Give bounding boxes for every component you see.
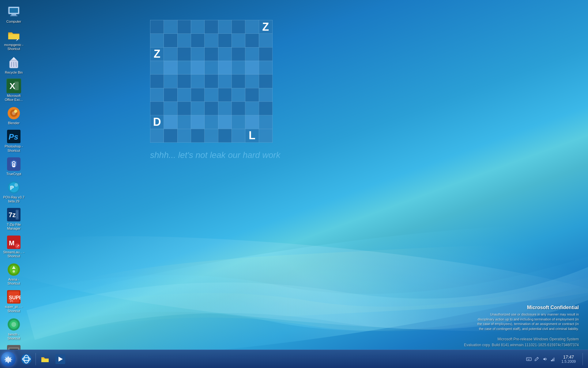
- desktop-icon-mcmpgenic[interactable]: ↗ mcmpgenic - Shortcut: [2, 26, 26, 52]
- tray-icon-group: [526, 356, 556, 362]
- photoshop-label: Photoshop - Shortcut: [3, 144, 25, 152]
- desktop-icon-recycle[interactable]: Recycle Bin: [2, 54, 26, 76]
- tray-keyboard-icon[interactable]: [526, 356, 532, 362]
- svg-rect-78: [526, 358, 531, 361]
- bench-icon: [6, 317, 21, 332]
- superpi-label: super_pi... - Shortcut: [3, 305, 25, 313]
- blender-label: Blender: [8, 121, 20, 125]
- svg-rect-14: [14, 82, 19, 90]
- confidential-title: Microsoft Confidential: [475, 305, 579, 310]
- taskbar-media-button[interactable]: [54, 353, 66, 365]
- computer-icon: [6, 4, 21, 19]
- arena-icon: [6, 262, 21, 277]
- svg-rect-79: [527, 358, 528, 359]
- desktop-icon-bench[interactable]: bench - Shortcut: [2, 316, 26, 342]
- confidential-text: Unauthorized use or disclosure in any ma…: [475, 312, 579, 331]
- svg-point-18: [14, 110, 17, 113]
- recycle-bin-icon: [6, 55, 21, 70]
- svg-text:7z: 7z: [9, 211, 16, 219]
- svg-rect-84: [551, 360, 552, 361]
- desktop-icon-photoshop[interactable]: Ps Photoshop - Shortcut: [2, 128, 26, 154]
- build-line2: Evaluation copy. Build 8141.winmain.1110…: [464, 342, 579, 348]
- povray-icon: P: [6, 180, 21, 195]
- taskbar: 17:47 1.5.2009: [0, 350, 588, 368]
- aero-waves: [0, 227, 588, 350]
- svg-point-46: [11, 322, 16, 327]
- svg-line-8: [11, 62, 12, 67]
- svg-rect-11: [11, 59, 16, 61]
- desktop-icon-blender[interactable]: Blender: [2, 105, 26, 126]
- show-desktop-button[interactable]: [582, 353, 586, 365]
- arena-label: Arena - Shortcut: [3, 278, 25, 286]
- svg-point-23: [13, 164, 14, 166]
- folder-shortcut-icon: ↗: [6, 28, 21, 42]
- mcmpgenic-label: mcmpgenic - Shortcut: [3, 43, 25, 51]
- desktop-icon-computer[interactable]: Computer: [2, 3, 26, 25]
- desktop-icon-superpi[interactable]: SUPER PI super_pi... - Shortcut: [2, 288, 26, 314]
- svg-rect-86: [553, 358, 555, 361]
- svg-text:↗: ↗: [16, 244, 19, 248]
- computer-label: Computer: [6, 20, 21, 24]
- clock-date: 1.5.2009: [561, 359, 576, 364]
- svg-rect-4: [9, 8, 18, 13]
- svg-text:Ps: Ps: [9, 132, 18, 141]
- photoshop-icon: Ps: [6, 129, 21, 144]
- quick-launch: [19, 353, 68, 365]
- taskbar-ie-button[interactable]: [20, 353, 32, 365]
- desktop-icon-streamlauncher[interactable]: M ↗ StreamLau... - Shortcut: [2, 234, 26, 259]
- tagline-text: shhh... let's not leak our hard work: [150, 150, 281, 160]
- confidential-notice: Microsoft Confidential Unauthorized use …: [475, 305, 579, 331]
- 7zip-label: 7-Zip File Manager: [3, 223, 25, 231]
- svg-marker-83: [543, 358, 545, 361]
- svg-point-73: [22, 355, 30, 363]
- excel-icon: X: [6, 79, 21, 93]
- benchmark-grid: Z Z: [150, 20, 273, 143]
- svg-rect-3: [10, 15, 17, 16]
- superpi-icon: SUPER PI: [6, 289, 21, 304]
- desktop-icon-povray[interactable]: P POV-Ray v3.7 beta 29: [2, 179, 26, 205]
- desktop: Computer ↗ mcmpgenic - Shortcut: [0, 0, 588, 368]
- truecrypt-icon: [6, 157, 21, 171]
- svg-text:M: M: [9, 239, 14, 247]
- start-button[interactable]: [0, 350, 17, 368]
- grid-table: Z Z: [150, 20, 273, 143]
- svg-text:↗: ↗: [16, 38, 18, 42]
- svg-rect-85: [552, 359, 553, 361]
- povray-label: POV-Ray v3.7 beta 29: [3, 195, 25, 203]
- svg-line-10: [16, 62, 16, 67]
- taskbar-explorer-button[interactable]: [39, 353, 51, 365]
- excel-label: Microsoft Office Exc...: [3, 94, 25, 102]
- svg-rect-80: [528, 358, 529, 359]
- svg-point-39: [13, 270, 15, 273]
- svg-text:P: P: [10, 185, 14, 191]
- tray-network-icon[interactable]: [550, 356, 556, 362]
- svg-rect-2: [11, 14, 16, 15]
- desktop-icon-truecrypt[interactable]: TrueCrypt: [2, 155, 26, 177]
- svg-text:PI: PI: [10, 300, 13, 303]
- system-tray: 17:47 1.5.2009: [523, 353, 588, 365]
- desktop-icon-excel[interactable]: X Microsoft Office Exc...: [2, 77, 26, 103]
- bench-label: bench - Shortcut: [3, 332, 25, 340]
- truecrypt-label: TrueCrypt: [6, 172, 21, 176]
- blender-icon: [6, 106, 21, 121]
- system-clock[interactable]: 17:47 1.5.2009: [558, 353, 579, 365]
- desktop-icon-area: Computer ↗ mcmpgenic - Shortcut: [2, 3, 26, 368]
- start-orb[interactable]: [1, 352, 16, 366]
- svg-point-27: [14, 183, 18, 187]
- 7zip-icon: 7z: [6, 207, 21, 222]
- desktop-icon-arena[interactable]: Arena - Shortcut: [2, 261, 26, 287]
- streamlauncher-icon: M ↗: [6, 235, 21, 250]
- streamlauncher-label: StreamLau... - Shortcut: [3, 250, 25, 258]
- tray-pen-icon[interactable]: [534, 356, 540, 362]
- svg-rect-82: [528, 359, 530, 360]
- build-line1: Microsoft Pre-release Windows Operating …: [464, 336, 579, 342]
- clock-time: 17:47: [563, 355, 574, 359]
- build-info: Microsoft Pre-release Windows Operating …: [464, 336, 579, 348]
- svg-rect-81: [530, 358, 530, 359]
- tray-speaker-icon[interactable]: [542, 356, 548, 362]
- recycle-label: Recycle Bin: [5, 71, 23, 75]
- desktop-icon-7zip[interactable]: 7z 7-Zip File Manager: [2, 206, 26, 232]
- quick-launch-separator: [36, 353, 36, 365]
